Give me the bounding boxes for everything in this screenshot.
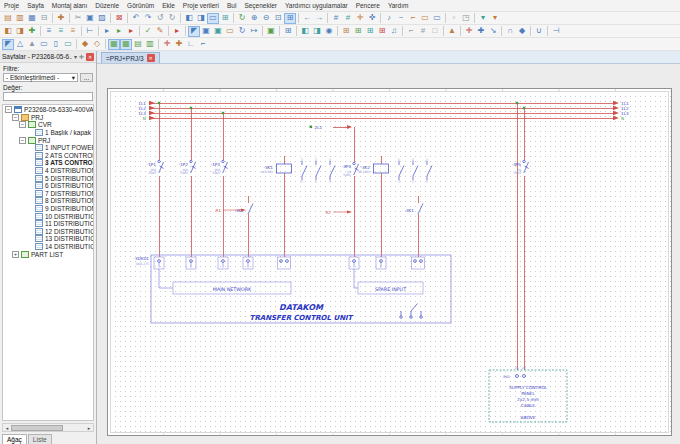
curve-up-icon[interactable]: ∩: [504, 26, 516, 37]
table-orange-icon[interactable]: ⊞: [340, 26, 352, 37]
separator[interactable]: [337, 26, 338, 36]
separator[interactable]: [76, 39, 77, 49]
polygon-filled-icon[interactable]: ▲: [26, 39, 38, 50]
tree-item[interactable]: 6 DISTRIBUTION: [3, 182, 93, 190]
polygon-icon[interactable]: △: [14, 39, 26, 50]
image-left-icon[interactable]: ◧: [2, 26, 14, 37]
menu-item[interactable]: Yardımcı uygulamalar: [281, 2, 352, 9]
separator[interactable]: [298, 13, 299, 23]
separator[interactable]: [127, 13, 128, 23]
separator[interactable]: [105, 39, 106, 49]
separator[interactable]: [327, 13, 328, 23]
move-icon[interactable]: ▭: [224, 26, 236, 37]
align-icon[interactable]: ✜: [366, 13, 378, 24]
separator[interactable]: [233, 13, 234, 23]
separator[interactable]: [262, 26, 263, 36]
menu-item[interactable]: Görünüm: [123, 2, 158, 9]
angle-icon[interactable]: ∟: [185, 39, 197, 50]
tree-item[interactable]: 3 ATS CONTROL: [3, 159, 93, 167]
tree-expand-icon[interactable]: −: [12, 114, 19, 121]
undo-list-icon[interactable]: ↺: [154, 13, 166, 24]
frame-icon[interactable]: ▭: [62, 39, 74, 50]
scroll-right-icon[interactable]: ▸: [85, 425, 93, 431]
tree-item[interactable]: 12 DISTRIBUTION: [3, 228, 93, 236]
panel-view-tab[interactable]: Ağaç: [2, 434, 27, 444]
tree-item[interactable]: − P23268-05-6330-400VAC M: [3, 106, 93, 114]
menu-item[interactable]: Seçenekler: [240, 2, 281, 9]
filter-list-icon[interactable]: ▾: [489, 13, 501, 24]
curve-icon[interactable]: ~: [395, 13, 407, 24]
menu-item[interactable]: Proje: [0, 2, 23, 9]
export-icon[interactable]: ↦: [248, 26, 260, 37]
tree-item[interactable]: 7 DISTRIBUTION: [3, 190, 93, 198]
forward-icon[interactable]: →: [313, 13, 325, 24]
connection-point-icon[interactable]: ⊢: [84, 26, 96, 37]
green-grid-c-icon[interactable]: ▤: [132, 39, 144, 50]
curve-down-icon[interactable]: ∪: [533, 26, 545, 37]
tree-item[interactable]: 2 ATS CONTROL: [3, 152, 93, 160]
tree-item[interactable]: 14 DISTRIBUTION: [3, 243, 93, 251]
snap-a-icon[interactable]: ≡: [43, 26, 55, 37]
separator[interactable]: [460, 26, 461, 36]
print-icon[interactable]: ⊟: [38, 13, 50, 24]
symbol-macro-icon[interactable]: ▭: [207, 13, 219, 24]
delete-icon[interactable]: ⊠: [113, 13, 125, 24]
menu-item[interactable]: Bul: [223, 2, 240, 9]
zoom-fit-icon[interactable]: ⊞: [284, 13, 296, 24]
new-page-icon[interactable]: ▤: [2, 13, 14, 24]
flag-red-icon[interactable]: ▸: [125, 26, 137, 37]
check-icon[interactable]: ✓: [142, 26, 154, 37]
table-green-icon[interactable]: ⊞: [352, 26, 364, 37]
select-tool-icon[interactable]: ◤: [188, 26, 200, 37]
separator[interactable]: [185, 26, 186, 36]
rotate-icon[interactable]: ↻: [236, 26, 248, 37]
tree-item[interactable]: 8 DISTRIBUTION: [3, 197, 93, 205]
tree-item[interactable]: + PART LIST: [3, 250, 93, 258]
rectangle-tall-icon[interactable]: ▯: [50, 39, 62, 50]
notes-icon[interactable]: ♫: [388, 26, 400, 37]
tree-horizontal-scrollbar[interactable]: ◂ ▸: [2, 423, 94, 432]
open-project-icon[interactable]: ▥: [14, 13, 26, 24]
tree-item[interactable]: 10 DISTRIBUTION: [3, 212, 93, 220]
separator[interactable]: [180, 13, 181, 23]
copy-page-icon[interactable]: ▣: [200, 26, 212, 37]
document-tab[interactable]: =PRJ+PRJ/3 ✕: [101, 52, 160, 63]
separator[interactable]: [110, 13, 111, 23]
flag-icon[interactable]: ⌐: [407, 13, 419, 24]
table-icon[interactable]: ⊞: [282, 26, 294, 37]
separator[interactable]: [81, 26, 82, 36]
settings-wrench-icon[interactable]: ✚: [55, 13, 67, 24]
separator[interactable]: [69, 13, 70, 23]
parts-cart-icon[interactable]: ▾: [477, 13, 489, 24]
tree-item[interactable]: 1 Başlık / kapak: [3, 129, 93, 137]
target-icon[interactable]: ◉: [323, 26, 335, 37]
menu-item[interactable]: Ekle: [158, 2, 179, 9]
table-red-icon[interactable]: ⊞: [376, 26, 388, 37]
separator[interactable]: [402, 26, 403, 36]
tree-item[interactable]: 4 DISTRIBUTION: [3, 167, 93, 175]
filter-select[interactable]: - Etkinleştirilmedi - ▾: [3, 73, 78, 82]
add-green-icon[interactable]: ✚: [26, 26, 38, 37]
separator[interactable]: [443, 26, 444, 36]
menu-item[interactable]: Sayfa: [23, 2, 48, 9]
maximize-icon[interactable]: ◳: [460, 13, 472, 24]
window-macro-icon[interactable]: ◨: [195, 13, 207, 24]
scroll-left-icon[interactable]: ◂: [3, 425, 11, 431]
grid-alt-icon[interactable]: #: [342, 13, 354, 24]
flag-green-icon[interactable]: ▸: [113, 26, 125, 37]
tree-expand-icon[interactable]: −: [5, 106, 12, 113]
cursor-tool-icon[interactable]: ◤: [2, 39, 14, 50]
separator[interactable]: [158, 39, 159, 49]
filter-more-button[interactable]: ...: [80, 73, 93, 82]
green-grid-d-icon[interactable]: ▥: [144, 39, 156, 50]
panel-close-icon[interactable]: ✕: [86, 53, 94, 61]
window-b-icon[interactable]: ◨: [311, 26, 323, 37]
box-alt-icon[interactable]: ▭: [431, 13, 443, 24]
separator[interactable]: [380, 13, 381, 23]
duplicate-icon[interactable]: ▣: [212, 26, 224, 37]
menu-item[interactable]: Montaj alanı: [48, 2, 91, 9]
table-teal-icon[interactable]: ⊞: [364, 26, 376, 37]
back-icon[interactable]: ←: [301, 13, 313, 24]
menu-item[interactable]: Yardım: [384, 2, 412, 9]
document-tab-close-icon[interactable]: ✕: [147, 54, 155, 62]
